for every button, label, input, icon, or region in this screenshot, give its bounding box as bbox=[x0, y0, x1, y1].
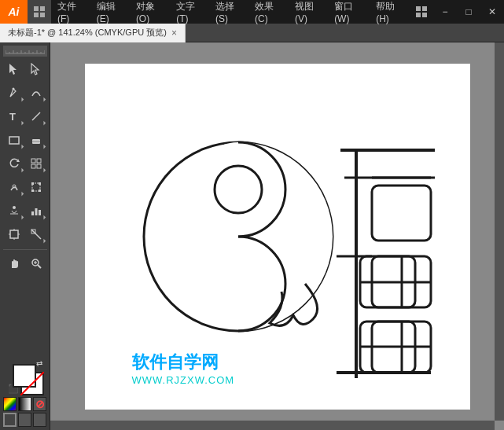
app-icon bbox=[28, 0, 51, 24]
svg-rect-1 bbox=[40, 6, 45, 11]
tool-row-9 bbox=[3, 252, 47, 274]
close-button[interactable]: ✕ bbox=[480, 0, 504, 24]
line-tool[interactable] bbox=[25, 105, 47, 127]
horizontal-scrollbar[interactable] bbox=[50, 421, 495, 430]
inside-mode-btn[interactable] bbox=[33, 413, 46, 427]
title-bar: Ai 文件(F) 编辑(E) 对象(O) 文字(T) 选择(S) 效果(C) 视… bbox=[0, 0, 504, 24]
svg-text:T: T bbox=[9, 111, 16, 123]
svg-marker-20 bbox=[9, 64, 17, 75]
svg-rect-25 bbox=[9, 137, 19, 144]
svg-line-24 bbox=[32, 112, 40, 120]
svg-rect-2 bbox=[34, 13, 39, 17]
app-logo: Ai bbox=[0, 0, 28, 24]
svg-rect-29 bbox=[31, 159, 35, 163]
artwork-svg bbox=[112, 87, 443, 386]
menu-object[interactable]: 对象(O) bbox=[130, 0, 170, 24]
svg-rect-5 bbox=[422, 6, 427, 11]
svg-rect-3 bbox=[40, 13, 45, 17]
vertical-scrollbar[interactable] bbox=[495, 42, 504, 421]
menu-view[interactable]: 视图(V) bbox=[289, 0, 328, 24]
tool-row-8 bbox=[3, 223, 47, 245]
column-graph-tool[interactable] bbox=[25, 200, 47, 222]
svg-rect-44 bbox=[10, 230, 18, 238]
artboard-tool[interactable] bbox=[3, 223, 25, 245]
tab-label: 未标题-1* @ 141.24% (CMYK/GPU 预览) bbox=[8, 27, 167, 39]
svg-rect-0 bbox=[34, 6, 39, 11]
toolbar: T bbox=[0, 42, 50, 430]
zoom-tool[interactable] bbox=[25, 252, 47, 274]
menu-file[interactable]: 文件(F) bbox=[51, 0, 90, 24]
menu-effect[interactable]: 效果(C) bbox=[248, 0, 289, 24]
swap-colors-icon[interactable]: ⇄ bbox=[36, 359, 42, 368]
behind-mode-btn[interactable] bbox=[18, 413, 31, 427]
svg-rect-32 bbox=[37, 164, 41, 168]
maximize-button[interactable]: □ bbox=[457, 0, 480, 24]
selection-tool[interactable] bbox=[3, 58, 25, 80]
gradient-btn[interactable] bbox=[18, 397, 31, 411]
svg-line-52 bbox=[38, 265, 41, 268]
svg-line-55 bbox=[20, 372, 44, 395]
watermark: 软件自学网 WWW.RJZXW.COM bbox=[132, 351, 235, 386]
color-btn[interactable] bbox=[3, 397, 17, 411]
toolbar-separator-1 bbox=[3, 249, 47, 250]
svg-rect-62 bbox=[372, 186, 431, 241]
grid-icon[interactable] bbox=[410, 0, 433, 24]
watermark-sub-text: WWW.RJZXW.COM bbox=[132, 374, 235, 386]
svg-rect-37 bbox=[31, 189, 34, 192]
svg-rect-36 bbox=[39, 182, 41, 185]
curvature-tool[interactable] bbox=[25, 82, 47, 104]
watermark-main-text: 软件自学网 bbox=[132, 351, 235, 374]
active-tab[interactable]: 未标题-1* @ 141.24% (CMYK/GPU 预览) × bbox=[0, 24, 186, 42]
warp-tool[interactable] bbox=[3, 176, 25, 198]
slice-tool[interactable] bbox=[25, 223, 47, 245]
none-btn[interactable]: ⊘ bbox=[33, 397, 46, 411]
svg-rect-38 bbox=[39, 189, 41, 192]
rectangle-tool[interactable] bbox=[3, 129, 25, 151]
menu-help[interactable]: 帮助(H) bbox=[370, 0, 410, 24]
tool-row-1 bbox=[3, 58, 47, 80]
direct-selection-tool[interactable] bbox=[25, 58, 47, 80]
normal-mode-btn[interactable] bbox=[3, 413, 17, 427]
color-boxes: ⇄ ⬛ bbox=[6, 358, 44, 395]
svg-rect-31 bbox=[31, 164, 35, 168]
svg-point-39 bbox=[13, 206, 16, 209]
menu-window[interactable]: 窗口(W) bbox=[328, 0, 370, 24]
svg-rect-4 bbox=[416, 6, 421, 11]
tab-bar: 未标题-1* @ 141.24% (CMYK/GPU 预览) × bbox=[0, 24, 504, 42]
symbol-sprayer-tool[interactable] bbox=[3, 200, 25, 222]
type-tool[interactable]: T bbox=[3, 105, 25, 127]
pen-tool[interactable] bbox=[3, 82, 25, 104]
svg-rect-41 bbox=[31, 211, 34, 215]
tool-row-4 bbox=[3, 129, 47, 151]
svg-rect-6 bbox=[416, 13, 421, 17]
svg-rect-35 bbox=[31, 182, 34, 185]
tool-row-3: T bbox=[3, 105, 47, 127]
eraser-tool[interactable] bbox=[25, 129, 47, 151]
color-mode-row: ⊘ bbox=[3, 397, 47, 411]
color-area: ⇄ ⬛ ⊘ bbox=[3, 358, 47, 430]
svg-marker-21 bbox=[31, 64, 39, 75]
window-controls: − □ ✕ bbox=[410, 0, 504, 24]
minimize-button[interactable]: − bbox=[433, 0, 457, 24]
svg-line-49 bbox=[31, 230, 41, 239]
svg-rect-7 bbox=[422, 13, 427, 17]
menu-bar: 文件(F) 编辑(E) 对象(O) 文字(T) 选择(S) 效果(C) 视图(V… bbox=[51, 0, 410, 24]
ruler bbox=[3, 46, 47, 57]
hand-tool[interactable] bbox=[3, 252, 25, 274]
canvas: 软件自学网 WWW.RJZXW.COM bbox=[85, 64, 470, 410]
menu-text[interactable]: 文字(T) bbox=[170, 0, 209, 24]
free-transform-tool[interactable] bbox=[25, 176, 47, 198]
menu-select[interactable]: 选择(S) bbox=[209, 0, 248, 24]
drawing-mode-row bbox=[3, 413, 47, 427]
main-area: T bbox=[0, 42, 504, 430]
tool-row-2 bbox=[3, 82, 47, 104]
fill-color-box[interactable] bbox=[13, 364, 36, 388]
grid-tool[interactable] bbox=[25, 153, 47, 175]
tool-row-6 bbox=[3, 176, 47, 198]
menu-edit[interactable]: 编辑(E) bbox=[90, 0, 130, 24]
tab-close-button[interactable]: × bbox=[171, 28, 177, 38]
rotate-tool[interactable] bbox=[3, 153, 25, 175]
canvas-area: 软件自学网 WWW.RJZXW.COM bbox=[50, 42, 504, 430]
svg-rect-42 bbox=[35, 208, 37, 215]
tool-row-5 bbox=[3, 153, 47, 175]
